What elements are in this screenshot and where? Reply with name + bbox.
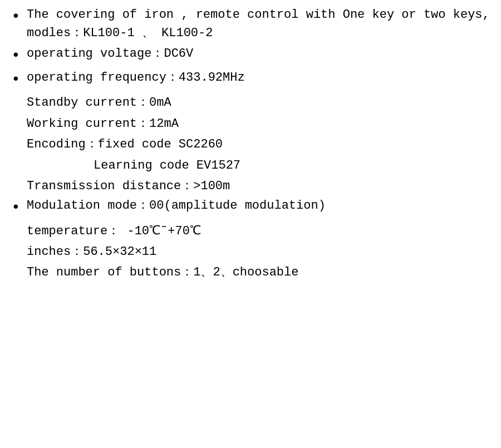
inches-line: inches：56.5×32×11 bbox=[27, 242, 490, 262]
temperature-block: temperature： -10℃˜+70℃ inches：56.5×32×11 bbox=[11, 221, 490, 263]
encoding-line: Encoding：fixed code SC2260 bbox=[27, 134, 490, 155]
bullet-text-2: operating voltage：DC6V bbox=[27, 45, 490, 63]
encoding-text: Encoding：fixed code SC2260 bbox=[27, 137, 223, 151]
bullet-item-2: • operating voltage：DC6V bbox=[11, 45, 490, 66]
indent-block: Standby current：0mA Working current：12mA… bbox=[11, 92, 490, 196]
main-content: • The covering of iron , remote control … bbox=[11, 6, 490, 283]
bullet-dot-2: • bbox=[11, 45, 24, 66]
bullet-item-4: • Modulation mode：00(amplitude modulatio… bbox=[11, 196, 490, 218]
standby-current-line: Standby current：0mA bbox=[27, 92, 490, 113]
last-line-group: The number of buttons：1、2、choosable bbox=[11, 262, 490, 283]
bullet-text-4: Modulation mode：00(amplitude modulation) bbox=[27, 196, 490, 215]
bullet-dot-3: • bbox=[11, 68, 24, 90]
bullet-text-3: operating frequency：433.92MHz bbox=[27, 68, 490, 87]
transmission-line: Transmission distance：>100m bbox=[27, 176, 490, 196]
bullet-item-3: • operating frequency：433.92MHz bbox=[11, 68, 490, 90]
bullet-text-1: The covering of iron , remote control wi… bbox=[27, 6, 490, 42]
bullet-dot-1: • bbox=[11, 6, 24, 27]
bullet-dot-4: • bbox=[11, 196, 24, 218]
learning-code-text: Learning code EV1527 bbox=[94, 159, 240, 173]
learning-code-line: Learning code EV1527 bbox=[27, 155, 490, 176]
working-current-line: Working current：12mA bbox=[27, 114, 490, 134]
last-line: The number of buttons：1、2、choosable bbox=[11, 262, 490, 283]
bullet-item-1: • The covering of iron , remote control … bbox=[11, 6, 490, 42]
temperature-line: temperature： -10℃˜+70℃ bbox=[27, 221, 490, 242]
